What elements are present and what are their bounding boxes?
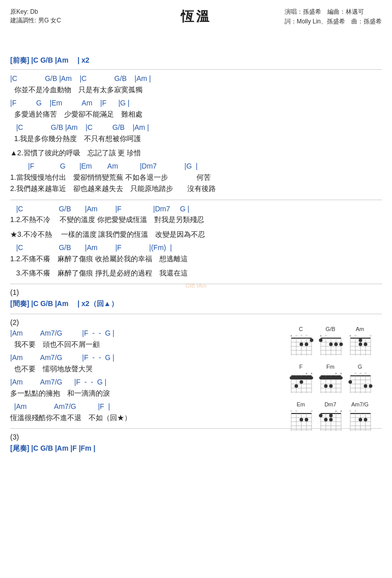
svg-point-48 [359,343,362,346]
chord-GB-diagram: x ○ [317,333,344,360]
svg-text:○: ○ [325,334,327,337]
chord-G-diagram: ○ ○ ○ [347,371,373,397]
chord-row-2: F x x Fm [288,364,384,397]
chord-Am-diagram: x ○ ○ [347,333,373,360]
meta-right: 演唱：孫盛希 編曲：林邁可 詞：Molly Lin、孫盛希 曲：孫盛希 [285,8,382,27]
verse1-block5: |F G |Em Am |Dm7 |G | 1.當我慢慢地付出 愛卻悄悄變荒蕪 … [10,161,382,194]
lyric-line: 3.不痛不癢 麻醉了傷痕 掙扎是必經的過程 我還在這 [10,267,382,279]
intro-header: [前奏] |C G/B |Am | x2 [10,56,382,65]
svg-text:x: x [341,409,342,412]
svg-text:x: x [341,372,342,375]
chord-line: |F G |Em Am |F |G | [10,98,382,108]
chord-row-1: C x ○ ○ ○ [288,326,384,360]
section-chorus: |C G/B |Am |F |Dm7 G | 1.2.不熱不冷 不變的溫度 你把… [10,204,382,279]
svg-point-138 [359,418,362,422]
svg-point-62 [300,380,303,384]
lyric-line: 1.2.不痛不癢 麻醉了傷痕 收拾屬於我的幸福 想逃離這 [10,253,382,264]
verse1-block2: |F G |Em Am |F |G | 多愛過於痛苦 少愛卻不能滿足 難相處 [10,98,382,120]
chord-C: C x ○ ○ ○ [288,326,314,360]
svg-text:○: ○ [370,334,372,337]
svg-text:x: x [311,372,313,375]
svg-text:○: ○ [295,409,297,412]
lyric-line: ▲2.習慣了彼此的呼吸 忘記了該 更 珍惜 [10,147,382,158]
chord-C-diagram: x ○ ○ ○ [288,333,314,360]
svg-text:○: ○ [349,409,351,412]
svg-text:x: x [350,334,351,337]
chorus-block3: |C G/B |Am |F |(Fm) | 1.2.不痛不癢 麻醉了傷痕 收拾屬… [10,243,382,264]
chord-diagrams: C x ○ ○ ○ [288,326,384,439]
svg-point-31 [334,343,338,346]
chord-line: |C G/B |Am |C G/B |Am | [10,123,382,133]
svg-point-15 [305,343,309,346]
chord-Dm7-diagram: x x [317,408,344,435]
chorus-block1: |C G/B |Am |F |Dm7 G | 1.2.不熱不冷 不變的溫度 你把… [10,204,382,226]
verse1-block4: ▲2.習慣了彼此的呼吸 忘記了該 更 珍惜 [10,147,382,158]
svg-text:○: ○ [311,409,313,412]
svg-point-16 [300,343,303,346]
chord-line: |C G/B |Am |F |(Fm) | [10,243,382,253]
svg-text:○: ○ [295,334,297,337]
svg-text:x: x [320,334,322,337]
chorus-block2: ★3.不冷不熱 一樣的溫度 讓我們愛的恆溫 改變是因為不忍 [10,229,382,240]
svg-point-46 [359,339,362,342]
chord-G: G ○ ○ ○ [347,364,373,397]
chord-Em: Em ○ ○ ○ [288,401,314,435]
svg-text:○: ○ [305,334,307,337]
meta-left: 原Key: Db 建議調性: 男G 女C [10,8,61,25]
svg-point-77 [329,384,333,388]
svg-point-30 [329,343,333,346]
lyric-line: 你並不是冷血動物 只是有太多寂寞孤獨 [10,84,382,95]
svg-point-109 [300,418,303,422]
svg-point-14 [310,339,314,342]
chord-F-diagram: x x [288,371,314,397]
svg-point-125 [329,418,333,422]
svg-rect-61 [290,376,313,379]
svg-text:x: x [335,372,337,375]
lyric-line: 2.我們越來越靠近 卻也越來越失去 只能原地踏步 沒有後路 [10,183,382,194]
section-verse1: |C G/B |Am |C G/B |Am | 你並不是冷血動物 只是有太多寂寞… [10,74,382,195]
chord-F: F x x [288,364,314,397]
outro-header: [尾奏] |C G/B |Am |F |Fm | [10,444,382,453]
svg-text:○: ○ [359,372,361,375]
chord-Dm7: Dm7 x x [317,401,344,435]
svg-text:x: x [335,409,337,412]
chord-Am: Am x ○ ○ [347,326,373,360]
chord-Em-diagram: ○ ○ ○ [288,408,314,435]
svg-point-29 [319,339,323,342]
svg-point-78 [324,384,328,388]
interlude-header: [間奏] |C G/B |Am | x2（回▲） [10,299,382,309]
section-intro: [前奏] |C G/B |Am | x2 [10,56,382,65]
svg-text:○: ○ [300,334,302,337]
svg-point-94 [364,384,368,388]
svg-point-63 [295,384,298,388]
svg-point-124 [324,418,328,422]
chord-line: |C G/B |Am |F |Dm7 G | [10,204,382,214]
chord-Am7G-diagram: ○ ○ [347,408,373,435]
chord-GB: G/B x ○ [317,326,344,360]
svg-text:○: ○ [365,372,367,375]
lyric-line: 1.我是多你幾分熱度 不只有想被你呵護 [10,133,382,144]
svg-text:○: ○ [354,334,356,337]
chord-Am7G: Am7/G ○ ○ [347,401,373,435]
svg-point-108 [305,418,309,422]
svg-rect-76 [319,376,343,379]
svg-text:○: ○ [290,409,292,412]
svg-text:○: ○ [354,409,356,412]
svg-text:x: x [306,372,307,375]
svg-text:x: x [291,334,292,337]
lyric-line: 多愛過於痛苦 少愛卻不能滿足 難相處 [10,108,382,120]
chorus-block4: 3.不痛不癢 麻醉了傷痕 掙扎是必經的過程 我還在這 [10,267,382,279]
chord-row-3: Em ○ ○ ○ Dm7 x [288,401,384,435]
svg-point-139 [364,418,368,422]
chord-Fm: Fm x x [317,364,344,397]
interlude-num: (1) [10,288,382,296]
verse1-block3: |C G/B |Am |C G/B |Am | 1.我是多你幾分熱度 不只有想被… [10,123,382,144]
svg-point-92 [349,380,352,384]
svg-text:○: ○ [354,372,356,375]
svg-point-47 [364,343,368,346]
svg-point-122 [319,414,323,418]
svg-point-32 [340,343,343,346]
lyric-line: ★3.不冷不熱 一樣的溫度 讓我們愛的恆溫 改變是因為不忍 [10,229,382,240]
verse1-block1: |C G/B |Am |C G/B |Am | 你並不是冷血動物 只是有太多寂寞… [10,74,382,95]
chord-line: |F G |Em Am |Dm7 |G | [10,161,382,172]
